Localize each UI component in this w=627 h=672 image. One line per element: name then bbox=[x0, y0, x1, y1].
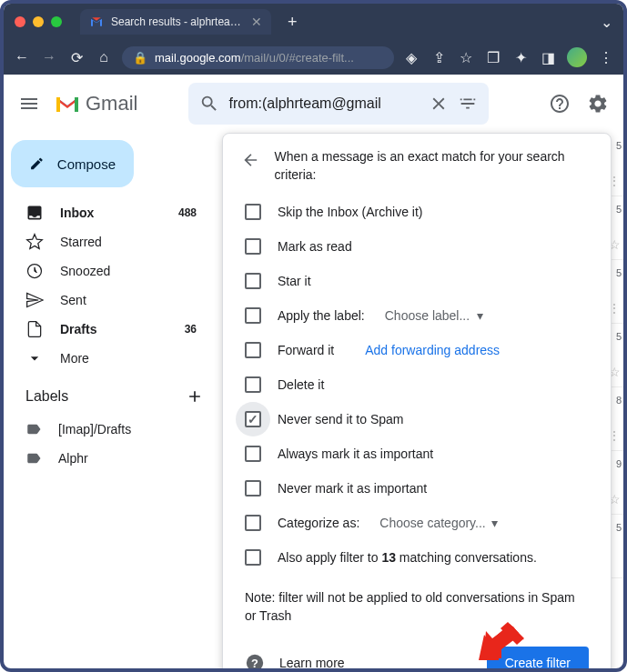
learn-more-link[interactable]: Learn more bbox=[279, 656, 345, 670]
option-forward-it[interactable]: Forward it Add forwarding address bbox=[223, 333, 611, 367]
option-delete-it[interactable]: Delete it bbox=[223, 367, 611, 402]
sidebar-item-inbox[interactable]: Inbox 488 bbox=[4, 198, 211, 227]
help-icon[interactable] bbox=[549, 93, 571, 115]
reload-button[interactable]: ⟳ bbox=[67, 49, 86, 66]
option-never-spam[interactable]: Never send it to Spam bbox=[223, 402, 611, 436]
share-icon[interactable]: ⇪ bbox=[430, 49, 447, 65]
help-circle-icon[interactable]: ? bbox=[245, 653, 265, 672]
option-mark-read[interactable]: Mark as read bbox=[223, 229, 611, 264]
checkbox[interactable] bbox=[245, 238, 261, 255]
lock-icon: 🔒 bbox=[133, 51, 147, 65]
content-area: 5⋮ 5☆ 5⋮ 5☆ 8⋮ 9☆ 5 When a message is an… bbox=[222, 133, 623, 668]
back-button[interactable]: ← bbox=[13, 49, 31, 65]
tabs-dropdown-icon[interactable]: ⌄ bbox=[601, 14, 612, 31]
close-window-button[interactable] bbox=[15, 16, 25, 27]
url-path: /mail/u/0/#create-filt... bbox=[241, 51, 354, 65]
tab-group-icon[interactable]: ❐ bbox=[485, 49, 501, 65]
gmail-favicon bbox=[89, 15, 104, 29]
choose-label-dropdown[interactable]: Choose label... ▾ bbox=[385, 308, 483, 323]
minimize-window-button[interactable] bbox=[33, 16, 44, 27]
dropdown-arrow-icon: ▾ bbox=[491, 516, 498, 530]
panel-note: Note: filter will not be applied to old … bbox=[223, 575, 611, 636]
sidebar-item-sent[interactable]: Sent bbox=[4, 286, 211, 315]
sidebar-label-imap-drafts[interactable]: [Imap]/Drafts bbox=[4, 415, 211, 444]
nav-label: Inbox bbox=[60, 206, 94, 220]
address-bar[interactable]: 🔒 mail.google.com/mail/u/0/#create-filt.… bbox=[122, 46, 394, 69]
label-text: [Imap]/Drafts bbox=[58, 422, 131, 436]
sidepanel-icon[interactable]: ◨ bbox=[540, 49, 556, 65]
option-mark-important[interactable]: Always mark it as important bbox=[223, 436, 611, 471]
checkbox[interactable] bbox=[245, 307, 261, 324]
option-skip-inbox[interactable]: Skip the Inbox (Archive it) bbox=[223, 195, 611, 229]
nav-label: Snoozed bbox=[60, 264, 110, 278]
checkbox[interactable] bbox=[245, 342, 261, 358]
option-apply-label[interactable]: Apply the label: Choose label... ▾ bbox=[223, 298, 611, 333]
pencil-icon bbox=[29, 155, 45, 173]
home-button[interactable]: ⌂ bbox=[95, 49, 113, 65]
gmail-logo[interactable]: Gmail bbox=[55, 92, 137, 115]
gmail-header: Gmail from:(alphrteam@gmail bbox=[4, 75, 623, 133]
gmail-logo-text: Gmail bbox=[86, 92, 137, 115]
checkbox[interactable] bbox=[245, 549, 261, 566]
option-label: Never mark it as important bbox=[278, 481, 427, 496]
create-filter-panel: When a message is an exact match for you… bbox=[222, 133, 612, 672]
checkbox[interactable] bbox=[245, 376, 261, 393]
nav-label: Starred bbox=[60, 235, 102, 249]
main-menu-icon[interactable] bbox=[18, 93, 40, 115]
search-options-icon[interactable] bbox=[458, 94, 478, 114]
option-label: Also apply filter to 13 matching convers… bbox=[278, 550, 537, 565]
search-icon[interactable] bbox=[199, 94, 219, 114]
forward-button[interactable]: → bbox=[40, 49, 58, 65]
new-tab-button[interactable]: + bbox=[288, 13, 298, 32]
browser-url-bar: ← → ⟳ ⌂ 🔒 mail.google.com/mail/u/0/#crea… bbox=[4, 40, 623, 75]
checkbox[interactable] bbox=[245, 204, 261, 220]
url-domain: mail.google.com bbox=[155, 51, 241, 65]
browser-menu-icon[interactable]: ⋮ bbox=[598, 49, 614, 65]
sidebar-item-starred[interactable]: Starred bbox=[4, 227, 211, 256]
red-arrow-annotation bbox=[479, 622, 524, 663]
clock-icon bbox=[25, 262, 44, 280]
sidebar-label-alphr[interactable]: Alphr bbox=[4, 444, 211, 473]
sidebar-item-drafts[interactable]: Drafts 36 bbox=[4, 315, 211, 344]
compose-button[interactable]: Compose bbox=[11, 140, 134, 187]
svg-marker-4 bbox=[479, 624, 519, 660]
close-tab-icon[interactable]: ✕ bbox=[251, 15, 262, 29]
add-forwarding-link[interactable]: Add forwarding address bbox=[365, 343, 500, 357]
checkbox-checked[interactable] bbox=[245, 411, 261, 427]
option-label: Star it bbox=[278, 274, 311, 288]
option-label: Forward it bbox=[278, 343, 334, 357]
svg-text:?: ? bbox=[251, 657, 258, 670]
option-never-important[interactable]: Never mark it as important bbox=[223, 471, 611, 506]
compose-label: Compose bbox=[57, 156, 116, 172]
sidebar-item-more[interactable]: More bbox=[4, 344, 211, 373]
browser-tab[interactable]: Search results - alphrteam@g ✕ bbox=[80, 9, 271, 35]
labels-header: Labels bbox=[4, 373, 222, 415]
option-star-it[interactable]: Star it bbox=[223, 264, 611, 298]
option-label: Never send it to Spam bbox=[278, 412, 404, 426]
browser-actions: ◈ ⇪ ☆ ❐ ✦ ◨ ⋮ bbox=[403, 47, 614, 67]
checkbox[interactable] bbox=[245, 515, 261, 531]
option-also-apply[interactable]: Also apply filter to 13 matching convers… bbox=[223, 540, 611, 575]
option-categorize[interactable]: Categorize as: Choose category... ▾ bbox=[223, 506, 611, 540]
profile-avatar[interactable] bbox=[567, 47, 587, 67]
clear-search-icon[interactable] bbox=[429, 94, 449, 114]
bookmark-star-icon[interactable]: ☆ bbox=[458, 49, 474, 65]
sidebar-item-snoozed[interactable]: Snoozed bbox=[4, 256, 211, 286]
eye-icon[interactable]: ◈ bbox=[403, 49, 420, 65]
checkbox[interactable] bbox=[245, 446, 261, 462]
nav-label: Sent bbox=[60, 293, 86, 307]
label-icon bbox=[25, 450, 42, 466]
extensions-icon[interactable]: ✦ bbox=[512, 49, 529, 65]
panel-footer: ? Learn more Create filter bbox=[223, 636, 611, 672]
checkbox[interactable] bbox=[245, 480, 261, 496]
back-arrow-icon[interactable] bbox=[241, 150, 260, 170]
search-input[interactable]: from:(alphrteam@gmail bbox=[228, 95, 420, 112]
maximize-window-button[interactable] bbox=[51, 16, 62, 27]
choose-category-dropdown[interactable]: Choose category... ▾ bbox=[379, 516, 497, 530]
add-label-icon[interactable] bbox=[186, 387, 204, 406]
nav-label: Drafts bbox=[60, 322, 96, 336]
checkbox[interactable] bbox=[245, 273, 261, 289]
browser-tab-bar: Search results - alphrteam@g ✕ + ⌄ bbox=[4, 4, 623, 40]
settings-gear-icon[interactable] bbox=[587, 93, 609, 115]
search-bar[interactable]: from:(alphrteam@gmail bbox=[188, 83, 489, 125]
